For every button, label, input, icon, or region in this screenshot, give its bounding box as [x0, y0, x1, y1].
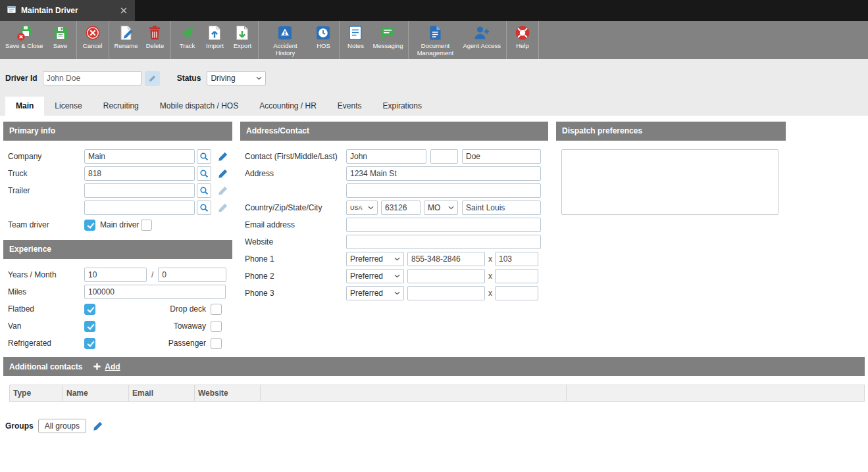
primary-info-header: Primary info [3, 122, 232, 141]
main-driver-checkbox[interactable] [141, 220, 152, 231]
phone1-type-select[interactable]: Preferred [346, 252, 404, 266]
driver-id-edit-button[interactable] [145, 71, 160, 86]
trailer2-row [3, 199, 232, 216]
messaging-icon [379, 24, 396, 41]
phone2-ext-input[interactable] [495, 269, 538, 283]
column-header-name[interactable]: Name [63, 385, 129, 401]
add-contact-button[interactable]: Add [93, 362, 120, 371]
drop-deck-checkbox[interactable] [211, 304, 222, 315]
tab-license[interactable]: License [44, 97, 92, 116]
status-select[interactable]: Driving [207, 71, 266, 85]
company-search-button[interactable] [197, 149, 211, 164]
tab-recruiting[interactable]: Recruiting [93, 97, 149, 116]
website-row: Website [240, 233, 548, 250]
messaging-button[interactable]: Messaging [369, 21, 406, 59]
email-input[interactable] [346, 218, 541, 232]
company-input[interactable] [84, 149, 195, 164]
trailer2-search-button[interactable] [197, 201, 211, 215]
all-groups-button[interactable]: All groups [38, 419, 86, 433]
search-icon [199, 152, 209, 161]
flatbed-checkbox[interactable] [84, 304, 95, 315]
hos-button[interactable]: HOS [309, 21, 337, 59]
column-header-website[interactable]: Website [195, 385, 261, 401]
phone3-ext-input[interactable] [495, 286, 538, 300]
groups-row: Groups All groups [5, 418, 103, 434]
agent-access-button[interactable]: Agent Access [459, 21, 504, 59]
truck-row: Truck [3, 165, 232, 182]
refrigerated-checkbox[interactable] [84, 338, 95, 349]
address-line1-input[interactable] [346, 166, 541, 181]
window-tab-title: Maintain Driver [21, 6, 115, 15]
accident-history-button[interactable]: Accident History [261, 21, 309, 59]
delete-button[interactable]: Delete [141, 21, 168, 59]
city-input[interactable] [462, 201, 541, 215]
miles-input[interactable] [84, 285, 226, 299]
tab-accounting-hr[interactable]: Accounting / HR [249, 97, 327, 116]
window-tab-maintain-driver[interactable]: Maintain Driver [0, 0, 135, 21]
driver-id-input[interactable] [43, 71, 141, 85]
export-button[interactable]: Export [228, 21, 256, 59]
truck-edit-icon[interactable] [217, 168, 228, 179]
tab-events[interactable]: Events [327, 97, 372, 116]
towaway-checkbox[interactable] [211, 321, 222, 332]
phone3-number-input[interactable] [407, 286, 485, 300]
rename-button[interactable]: Rename [111, 21, 141, 59]
tab-mobile-dispatch-hos[interactable]: Mobile dispatch / HOS [149, 97, 249, 116]
save-and-close-button[interactable]: Save & Close [2, 21, 47, 59]
tab-main[interactable]: Main [5, 97, 44, 116]
van-checkbox[interactable] [84, 321, 95, 332]
close-icon[interactable] [119, 6, 128, 15]
column-header-spacer2 [567, 385, 864, 401]
truck-search-button[interactable] [197, 166, 211, 181]
trailer-search-button[interactable] [197, 183, 211, 198]
last-name-input[interactable] [462, 149, 541, 164]
track-button[interactable]: Track [173, 21, 201, 59]
team-driver-row: Team driver Main driver [3, 216, 232, 233]
additional-contacts-header: Additional contacts Add [3, 357, 865, 376]
phone1-number-input[interactable] [407, 252, 485, 266]
years-input[interactable] [84, 268, 147, 282]
company-edit-icon[interactable] [217, 151, 228, 162]
delete-icon [146, 24, 163, 41]
country-select[interactable]: USA [346, 201, 378, 215]
truck-input[interactable] [84, 166, 195, 181]
middle-name-input[interactable] [430, 149, 458, 164]
document-management-button[interactable]: Document Management [411, 21, 459, 59]
phone3-type-select[interactable]: Preferred [346, 286, 404, 300]
help-button[interactable]: Help [509, 21, 536, 59]
website-input[interactable] [346, 235, 541, 249]
column-header-type[interactable]: Type [10, 385, 63, 401]
tab-bar: Main License Recruiting Mobile dispatch … [0, 97, 432, 116]
flatbed-label: Flatbed [8, 304, 84, 314]
tab-expirations[interactable]: Expirations [372, 97, 432, 116]
address-line2-input[interactable] [346, 183, 541, 198]
passenger-checkbox[interactable] [211, 338, 222, 349]
zip-input[interactable] [381, 201, 421, 215]
email-row: Email address [240, 216, 548, 233]
phone2-type-select[interactable]: Preferred [346, 269, 404, 283]
groups-edit-icon[interactable] [92, 421, 103, 432]
refrigerated-label: Refrigerated [8, 339, 84, 348]
trailer2-input[interactable] [84, 201, 195, 215]
cancel-button[interactable]: Cancel [79, 21, 107, 59]
trailer-input[interactable] [84, 183, 195, 198]
toolbar: Save & Close Save Cancel Rename [0, 21, 868, 59]
import-button[interactable]: Import [201, 21, 228, 59]
titlebar: Maintain Driver [0, 0, 868, 21]
address-contact-panel: Address/Contact Contact (First/Middle/La… [240, 122, 548, 302]
phone1-ext-input[interactable] [495, 252, 538, 266]
notes-button[interactable]: Notes [342, 21, 369, 59]
toolbar-button-label: Cancel [83, 42, 103, 49]
month-input[interactable] [158, 268, 226, 282]
team-driver-checkbox[interactable] [84, 220, 95, 231]
search-icon [199, 169, 209, 178]
add-contact-label: Add [105, 362, 120, 371]
phone2-number-input[interactable] [407, 269, 485, 283]
phone3-row: Phone 3 Preferred x [240, 285, 548, 302]
years-month-separator: / [151, 270, 153, 279]
state-select[interactable]: MO [424, 201, 458, 215]
first-name-input[interactable] [346, 149, 426, 164]
column-header-email[interactable]: Email [129, 385, 195, 401]
save-button[interactable]: Save [47, 21, 74, 59]
track-icon [178, 24, 195, 41]
